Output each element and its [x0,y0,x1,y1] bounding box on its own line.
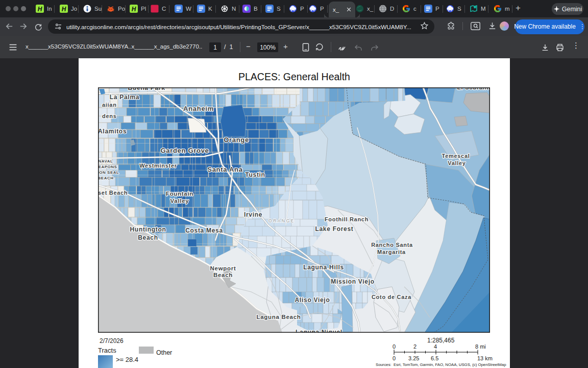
svg-text:ATION SEAL: ATION SEAL [98,170,119,175]
svg-text:aiian: aiian [102,102,117,108]
svg-text:NAVAL: NAVAL [99,159,113,164]
svg-text:Foothill Ranch: Foothill Ranch [325,216,369,222]
svg-text:Irvine: Irvine [244,211,262,218]
svg-text:Alamitos: Alamitos [98,128,127,135]
svg-text:dens: dens [102,113,116,119]
svg-text:H: H [38,6,42,13]
svg-text:BEACH: BEACH [98,176,113,180]
svg-text:H: H [62,6,66,13]
svg-text:WEAPONS: WEAPONS [98,165,117,169]
svg-text:Valley: Valley [170,198,189,204]
svg-text:Coto de Caza: Coto de Caza [372,294,411,300]
svg-text:Newport: Newport [210,265,236,271]
svg-text:La Palma: La Palma [110,94,139,101]
svg-text:Beach: Beach [138,234,158,241]
svg-text:Margarita: Margarita [377,249,406,255]
svg-text:ORANGE: ORANGE [268,218,295,223]
svg-text:H: H [132,6,136,13]
svg-text:Aliso Viejo: Aliso Viejo [295,296,330,304]
svg-text:Fountain: Fountain [166,191,193,197]
svg-text:Tustin: Tustin [245,171,265,178]
svg-text:Rancho Santa: Rancho Santa [371,242,413,248]
svg-text:Mission Viejo: Mission Viejo [331,278,375,285]
svg-text:Laguna Hills: Laguna Hills [303,264,344,271]
svg-text:Anaheim: Anaheim [183,105,214,112]
svg-text:Costa Mesa: Costa Mesa [185,227,223,234]
svg-text:Garden Grove: Garden Grove [160,147,209,154]
svg-text:Santa Ana: Santa Ana [207,166,242,173]
svg-text:Beach: Beach [213,272,233,278]
svg-text:Valley: Valley [448,160,466,166]
svg-text:set Beach: set Beach [98,190,128,196]
svg-text:Orange: Orange [224,136,249,144]
svg-text:Laguna Beach: Laguna Beach [256,314,301,320]
svg-text:Temescal: Temescal [442,153,470,159]
svg-text:Lake Forest: Lake Forest [315,225,353,233]
svg-text:Huntington: Huntington [130,226,166,233]
svg-text:Westminster: Westminster [139,163,177,169]
